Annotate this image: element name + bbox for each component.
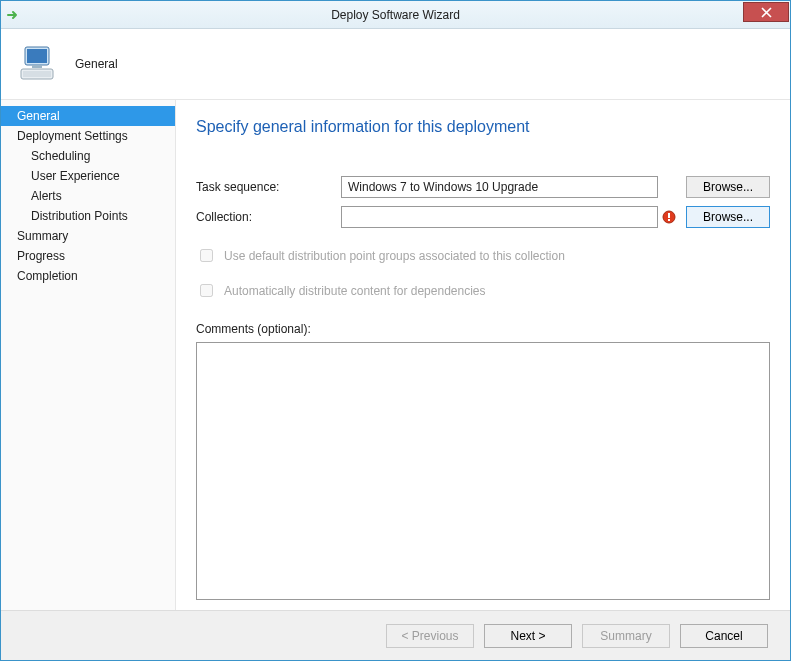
use-default-dp-row: Use default distribution point groups as… xyxy=(196,246,770,265)
titlebar: Deploy Software Wizard xyxy=(1,1,790,29)
wizard-steps-sidebar: General Deployment Settings Scheduling U… xyxy=(1,100,176,610)
sidebar-item-general[interactable]: General xyxy=(1,106,175,126)
sidebar-item-scheduling[interactable]: Scheduling xyxy=(1,146,175,166)
collection-input[interactable] xyxy=(341,206,658,228)
close-button[interactable] xyxy=(743,2,789,22)
main-panel: Specify general information for this dep… xyxy=(176,100,790,610)
wizard-footer: < Previous Next > Summary Cancel xyxy=(1,610,790,660)
collection-row: Collection: Browse... xyxy=(196,206,770,228)
auto-distribute-row: Automatically distribute content for dep… xyxy=(196,281,770,300)
task-sequence-label: Task sequence: xyxy=(196,180,341,194)
auto-distribute-label: Automatically distribute content for dep… xyxy=(224,284,486,298)
svg-rect-1 xyxy=(27,49,47,63)
collection-label: Collection: xyxy=(196,210,341,224)
sidebar-item-alerts[interactable]: Alerts xyxy=(1,186,175,206)
error-icon xyxy=(658,210,680,224)
task-sequence-input[interactable] xyxy=(341,176,658,198)
comments-textarea[interactable] xyxy=(196,342,770,600)
wizard-body: General Deployment Settings Scheduling U… xyxy=(1,99,790,610)
sidebar-item-distribution-points[interactable]: Distribution Points xyxy=(1,206,175,226)
computer-icon xyxy=(19,43,61,85)
sidebar-item-deployment-settings[interactable]: Deployment Settings xyxy=(1,126,175,146)
window-title: Deploy Software Wizard xyxy=(1,8,790,22)
sidebar-item-summary[interactable]: Summary xyxy=(1,226,175,246)
previous-button: < Previous xyxy=(386,624,474,648)
svg-rect-6 xyxy=(668,213,670,218)
use-default-dp-checkbox xyxy=(200,249,213,262)
banner: General xyxy=(1,29,790,99)
page-headline: Specify general information for this dep… xyxy=(196,118,770,136)
summary-button: Summary xyxy=(582,624,670,648)
auto-distribute-checkbox xyxy=(200,284,213,297)
next-button[interactable]: Next > xyxy=(484,624,572,648)
banner-heading: General xyxy=(75,57,118,71)
svg-rect-2 xyxy=(32,65,42,68)
sidebar-item-user-experience[interactable]: User Experience xyxy=(1,166,175,186)
sidebar-item-progress[interactable]: Progress xyxy=(1,246,175,266)
svg-rect-4 xyxy=(23,71,51,77)
use-default-dp-label: Use default distribution point groups as… xyxy=(224,249,565,263)
comments-label: Comments (optional): xyxy=(196,322,770,336)
collection-browse-button[interactable]: Browse... xyxy=(686,206,770,228)
task-sequence-row: Task sequence: Browse... xyxy=(196,176,770,198)
sidebar-item-completion[interactable]: Completion xyxy=(1,266,175,286)
cancel-button[interactable]: Cancel xyxy=(680,624,768,648)
svg-rect-7 xyxy=(668,219,670,221)
close-icon xyxy=(761,7,772,18)
task-sequence-browse-button[interactable]: Browse... xyxy=(686,176,770,198)
